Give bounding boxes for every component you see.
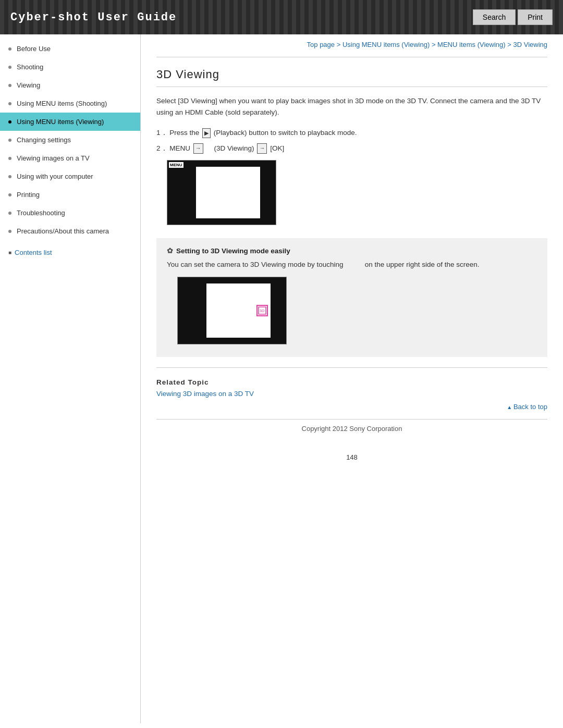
sidebar-item-label: Shooting xyxy=(17,63,43,71)
page-number: 148 xyxy=(156,443,547,472)
step-1-prefix: Press the xyxy=(169,129,199,137)
breadcrumb-sep2: > xyxy=(432,41,437,48)
back-to-top: Back to top xyxy=(156,398,547,414)
sidebar-item-label: Before Use xyxy=(17,45,51,53)
divider xyxy=(156,367,547,368)
menu-label: MENU xyxy=(169,162,183,168)
breadcrumb-current[interactable]: 3D Viewing xyxy=(513,41,547,48)
sidebar-item-troubleshooting[interactable]: Troubleshooting xyxy=(0,204,140,222)
header: Cyber-shot User Guide Search Print xyxy=(0,0,563,34)
contents-list-label: Contents list xyxy=(15,249,52,256)
sidebar-item-label: Viewing xyxy=(17,81,40,89)
menu-arrow-icon: → xyxy=(193,143,203,154)
step-2-number: 2． xyxy=(156,144,168,152)
sidebar-item-label: Using MENU items (Shooting) xyxy=(17,100,107,107)
step-2-viewing: (3D Viewing) xyxy=(214,144,254,152)
step-1-number: 1． xyxy=(156,129,168,137)
related-topic-link[interactable]: Viewing 3D images on a 3D TV xyxy=(156,390,254,398)
sidebar-item-menu-viewing[interactable]: Using MENU items (Viewing) xyxy=(0,113,140,131)
step-2: 2． MENU → (3D Viewing) → [OK] xyxy=(156,143,547,154)
page-title: 3D Viewing xyxy=(156,68,547,87)
sidebar: Before Use Shooting Viewing Using MENU i… xyxy=(0,34,141,723)
content-area: Top page > Using MENU items (Viewing) > … xyxy=(141,34,563,723)
sidebar-item-precautions[interactable]: Precautions/About this camera xyxy=(0,222,140,240)
step-2-menu: MENU xyxy=(169,144,190,152)
breadcrumb-menu-items[interactable]: MENU items (Viewing) xyxy=(437,41,506,48)
sidebar-item-printing[interactable]: Printing xyxy=(0,186,140,204)
sidebar-item-menu-shooting[interactable]: Using MENU items (Shooting) xyxy=(0,94,140,113)
sidebar-item-label: Viewing images on a TV xyxy=(17,154,90,162)
touch-3d-icon: 3D xyxy=(256,305,268,316)
sidebar-item-label: Using MENU items (Viewing) xyxy=(17,118,104,126)
intro-text: Select [3D Viewing] when you want to pla… xyxy=(156,95,547,118)
sidebar-item-label: Using with your computer xyxy=(17,172,93,180)
sidebar-item-shooting[interactable]: Shooting xyxy=(0,58,140,76)
sidebar-item-computer[interactable]: Using with your computer xyxy=(0,167,140,186)
step-1-suffix: (Playback) button to switch to playback … xyxy=(214,129,357,137)
sidebar-item-label: Printing xyxy=(17,191,40,199)
tip-section: Setting to 3D Viewing mode easily You ca… xyxy=(156,238,547,357)
related-topic: Related Topic Viewing 3D images on a 3D … xyxy=(156,378,547,398)
search-button[interactable]: Search xyxy=(473,9,516,25)
tip-title: Setting to 3D Viewing mode easily xyxy=(167,246,537,255)
step-1: 1． Press the ▶ (Playback) button to swit… xyxy=(156,127,547,139)
footer: Copyright 2012 Sony Corporation xyxy=(156,419,547,443)
breadcrumb: Top page > Using MENU items (Viewing) > … xyxy=(156,34,547,57)
tip-text: You can set the camera to 3D Viewing mod… xyxy=(167,259,537,270)
breadcrumb-sep3: > xyxy=(507,41,513,48)
print-button[interactable]: Print xyxy=(518,9,553,25)
svg-text:3D: 3D xyxy=(260,309,264,313)
sidebar-item-label: Precautions/About this camera xyxy=(17,227,109,235)
menu-diagram: MENU xyxy=(167,160,282,228)
playback-icon: ▶ xyxy=(202,128,211,139)
header-buttons: Search Print xyxy=(473,9,553,25)
back-to-top-link[interactable]: Back to top xyxy=(507,403,547,411)
copyright-text: Copyright 2012 Sony Corporation xyxy=(302,425,402,433)
touch-diagram: 3D xyxy=(177,277,287,344)
header-title: Cyber-shot User Guide xyxy=(10,11,177,24)
sidebar-item-viewing[interactable]: Viewing xyxy=(0,76,140,94)
main-container: Before Use Shooting Viewing Using MENU i… xyxy=(0,34,563,723)
sidebar-item-viewing-tv[interactable]: Viewing images on a TV xyxy=(0,149,140,167)
breadcrumb-sep1: > xyxy=(337,41,342,48)
breadcrumb-menu-viewing[interactable]: Using MENU items (Viewing) xyxy=(342,41,430,48)
sidebar-item-label: Changing settings xyxy=(17,136,71,144)
breadcrumb-top[interactable]: Top page xyxy=(307,41,335,48)
sidebar-item-before-use[interactable]: Before Use xyxy=(0,40,140,58)
related-topic-title: Related Topic xyxy=(156,378,547,386)
contents-list-link[interactable]: Contents list xyxy=(0,242,140,263)
ok-arrow-icon: → xyxy=(257,143,267,154)
step-2-ok: [OK] xyxy=(270,144,284,152)
sidebar-item-label: Troubleshooting xyxy=(17,209,65,217)
sidebar-item-changing-settings[interactable]: Changing settings xyxy=(0,131,140,149)
